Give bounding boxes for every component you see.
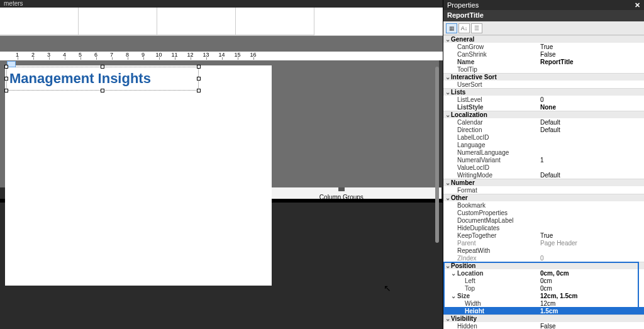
- selected-object-name[interactable]: ReportTitle: [443, 10, 644, 21]
- property-row[interactable]: Top0cm: [443, 284, 644, 292]
- report-page[interactable]: Management Insights: [5, 65, 272, 286]
- resize-handle[interactable]: [101, 65, 104, 69]
- resize-handle[interactable]: [4, 77, 8, 81]
- property-category[interactable]: ⌄Visibility: [443, 315, 644, 322]
- horizontal-ruler[interactable]: 12345678910111213141516: [0, 52, 443, 60]
- property-pages-button[interactable]: ☰: [471, 23, 482, 33]
- resize-handle[interactable]: [197, 77, 201, 81]
- design-area: meters 12345678910111213141516 Managemen…: [0, 0, 443, 329]
- property-category[interactable]: ⌄Position: [443, 262, 644, 269]
- resize-handle[interactable]: [197, 89, 201, 92]
- property-row[interactable]: CustomProperties: [443, 209, 644, 216]
- ruler-wrap: 12345678910111213141516: [0, 36, 443, 60]
- resize-handle[interactable]: [101, 89, 104, 92]
- property-row[interactable]: CalendarDefault: [443, 118, 644, 126]
- property-category[interactable]: ⌄General: [443, 35, 644, 43]
- property-row[interactable]: UserSort: [443, 81, 644, 88]
- property-category[interactable]: ⌄Localization: [443, 111, 644, 118]
- splitter[interactable]: [439, 60, 443, 187]
- report-title-textbox[interactable]: Management Insights: [6, 67, 199, 91]
- cursor-icon: ↖: [384, 283, 391, 293]
- properties-toolbar: ▦ A↓ ☰: [443, 21, 644, 35]
- close-icon[interactable]: ✕: [635, 1, 640, 9]
- canvas[interactable]: Management Insights ↖: [0, 60, 443, 187]
- report-title-text[interactable]: Management Insights: [9, 70, 151, 87]
- property-category[interactable]: ⌄Number: [443, 179, 644, 186]
- property-row[interactable]: LabelLocID: [443, 133, 644, 141]
- properties-title: Properties: [447, 1, 479, 9]
- property-row[interactable]: HideDuplicates: [443, 224, 644, 231]
- property-row[interactable]: Format: [443, 186, 644, 194]
- param-cell[interactable]: [79, 8, 157, 35]
- property-category[interactable]: ⌄Interactive Sort: [443, 73, 644, 81]
- param-cell[interactable]: [236, 8, 314, 35]
- property-category[interactable]: ⌄Other: [443, 194, 644, 201]
- property-row[interactable]: NumeralVariant1: [443, 156, 644, 164]
- property-row[interactable]: DocumentMapLabel: [443, 216, 644, 224]
- property-row[interactable]: ZIndex0: [443, 254, 644, 262]
- property-category[interactable]: ⌄Lists: [443, 88, 644, 96]
- resize-handle[interactable]: [4, 89, 8, 92]
- property-row[interactable]: Language: [443, 141, 644, 148]
- property-row[interactable]: NameReportTitle: [443, 58, 644, 65]
- property-row[interactable]: ListStyleNone: [443, 103, 644, 111]
- app-root: meters 12345678910111213141516 Managemen…: [0, 0, 644, 329]
- resize-handle[interactable]: [197, 65, 201, 69]
- property-row[interactable]: DirectionDefault: [443, 126, 644, 133]
- property-row[interactable]: Bookmark: [443, 201, 644, 209]
- property-row[interactable]: ParentPage Header: [443, 239, 644, 247]
- selection-tag-icon[interactable]: [7, 61, 16, 67]
- property-row[interactable]: HiddenFalse: [443, 322, 644, 329]
- properties-header: Properties ✕: [443, 0, 644, 10]
- property-row[interactable]: Width12cm: [443, 299, 644, 307]
- parameter-cells[interactable]: [0, 8, 443, 36]
- property-row[interactable]: RepeatWith: [443, 247, 644, 254]
- property-row[interactable]: CanGrowTrue: [443, 43, 644, 50]
- property-row-expandable[interactable]: ⌄Size12cm, 1.5cm: [443, 292, 644, 299]
- property-row-expandable[interactable]: ⌄Location0cm, 0cm: [443, 269, 644, 277]
- property-row[interactable]: NumeralLanguage: [443, 148, 644, 156]
- alphabetical-button[interactable]: A↓: [458, 23, 470, 33]
- property-row[interactable]: ValueLocID: [443, 164, 644, 171]
- parameters-bar: meters: [0, 0, 443, 8]
- categorized-button[interactable]: ▦: [446, 23, 457, 33]
- property-row[interactable]: WritingModeDefault: [443, 171, 644, 179]
- property-row[interactable]: CanShrinkFalse: [443, 50, 644, 58]
- property-grid[interactable]: ⌄GeneralCanGrowTrueCanShrinkFalseNameRep…: [443, 35, 644, 329]
- param-cell[interactable]: [0, 8, 79, 35]
- property-grid-wrap: ⌄GeneralCanGrowTrueCanShrinkFalseNameRep…: [443, 35, 644, 329]
- property-row[interactable]: Left0cm: [443, 277, 644, 284]
- property-row[interactable]: Height1.5cm: [443, 307, 644, 315]
- property-row[interactable]: KeepTogetherTrue: [443, 231, 644, 239]
- property-row[interactable]: ListLevel0: [443, 96, 644, 103]
- properties-panel: Properties ✕ ReportTitle ▦ A↓ ☰ ⌄General…: [443, 0, 644, 329]
- property-row[interactable]: ToolTip: [443, 65, 644, 73]
- param-cell[interactable]: [157, 8, 236, 35]
- parameters-label: meters: [4, 0, 23, 7]
- resize-handle[interactable]: [4, 65, 8, 69]
